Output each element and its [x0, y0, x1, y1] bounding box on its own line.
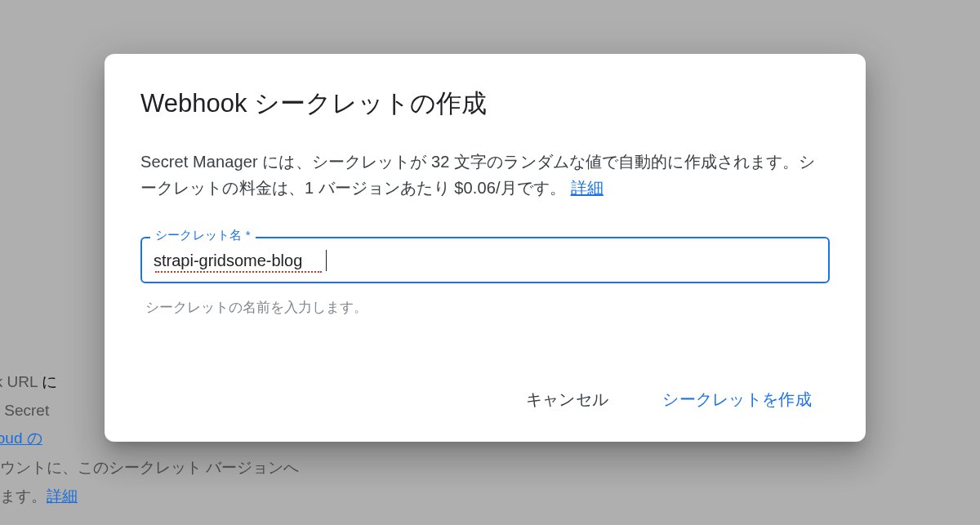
- create-webhook-secret-dialog: Webhook シークレットの作成 Secret Manager には、シークレ…: [105, 54, 866, 442]
- secret-name-input[interactable]: [140, 237, 830, 283]
- create-secret-button[interactable]: シークレットを作成: [654, 382, 820, 417]
- text-caret: [326, 250, 327, 271]
- dialog-description: Secret Manager には、シークレットが 32 文字のランダムな値で自…: [140, 149, 830, 201]
- secret-name-label: シークレット名 *: [150, 228, 256, 243]
- dialog-title: Webhook シークレットの作成: [140, 87, 830, 121]
- dialog-actions: キャンセル シークレットを作成: [140, 382, 830, 417]
- secret-name-field-wrap: シークレット名 *: [140, 237, 830, 283]
- cancel-button[interactable]: キャンセル: [518, 382, 617, 417]
- secret-name-hint: シークレットの名前を入力します。: [140, 290, 830, 317]
- details-link[interactable]: 詳細: [571, 179, 604, 197]
